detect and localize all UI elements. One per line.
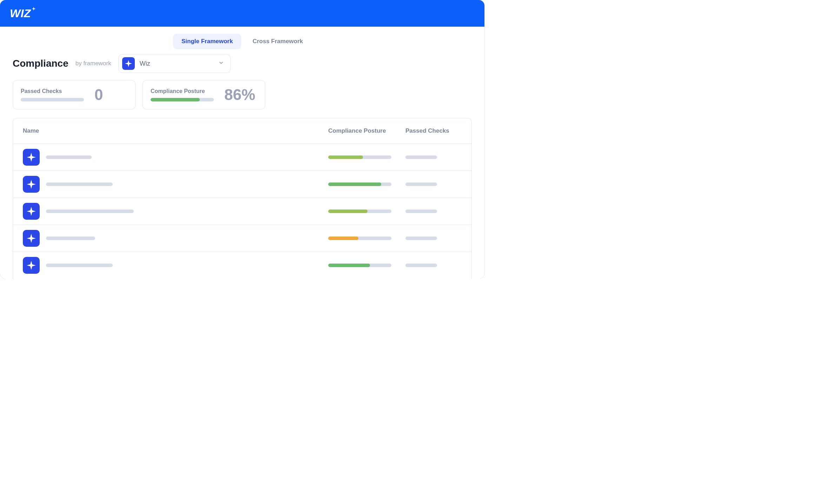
row-name-placeholder [46, 237, 95, 240]
brand-logo: WIZ [10, 7, 36, 20]
row-passed-placeholder [405, 155, 437, 159]
row-posture-bar [328, 210, 391, 213]
compliance-posture-value: 86% [224, 86, 255, 104]
page-title: Compliance [13, 58, 68, 69]
row-name-placeholder [46, 183, 113, 186]
th-passed: Passed Checks [405, 127, 462, 134]
wiz-icon [23, 149, 40, 166]
compliance-table: Name Compliance Posture Passed Checks [13, 118, 472, 279]
page-subtitle: by framework [75, 60, 111, 67]
passed-checks-bar [21, 98, 84, 101]
compliance-posture-card[interactable]: Compliance Posture 86% [143, 80, 265, 110]
table-header: Name Compliance Posture Passed Checks [13, 118, 471, 144]
wiz-icon [23, 230, 40, 247]
row-passed-placeholder [405, 237, 437, 240]
table-row[interactable] [13, 198, 471, 225]
table-row[interactable] [13, 225, 471, 252]
row-name-placeholder [46, 264, 113, 267]
tabs: Single Framework Cross Framework [0, 27, 484, 54]
row-name-placeholder [46, 155, 92, 159]
row-passed-placeholder [405, 210, 437, 213]
app-frame: WIZ Single Framework Cross Framework Com… [0, 0, 484, 279]
table-row[interactable] [13, 144, 471, 171]
wiz-icon [122, 57, 135, 70]
th-name: Name [23, 127, 328, 134]
chevron-down-icon [218, 60, 224, 67]
passed-checks-value: 0 [94, 86, 103, 104]
passed-checks-label: Passed Checks [21, 88, 84, 94]
table-row[interactable] [13, 252, 471, 279]
wiz-icon [23, 257, 40, 274]
row-posture-bar [328, 183, 391, 186]
framework-selected-label: Wiz [140, 60, 213, 67]
row-name-placeholder [46, 210, 134, 213]
brand-logo-text: WIZ [10, 7, 31, 20]
title-row: Compliance by framework Wiz [0, 54, 484, 80]
sparkle-icon [32, 6, 36, 12]
row-posture-bar [328, 155, 391, 159]
table-body [13, 144, 471, 279]
row-passed-placeholder [405, 183, 437, 186]
wiz-icon [23, 203, 40, 220]
framework-select[interactable]: Wiz [118, 54, 231, 73]
compliance-posture-label: Compliance Posture [151, 88, 214, 94]
th-posture: Compliance Posture [328, 127, 405, 134]
top-bar: WIZ [0, 0, 484, 27]
passed-checks-card[interactable]: Passed Checks 0 [13, 80, 136, 110]
row-posture-bar [328, 264, 391, 267]
table-row[interactable] [13, 171, 471, 198]
row-passed-placeholder [405, 264, 437, 267]
compliance-posture-bar [151, 98, 214, 101]
stat-cards: Passed Checks 0 Compliance Posture 86% [0, 80, 484, 118]
row-posture-bar [328, 237, 391, 240]
wiz-icon [23, 176, 40, 193]
tab-cross-framework[interactable]: Cross Framework [244, 34, 311, 49]
tab-single-framework[interactable]: Single Framework [173, 34, 241, 49]
compliance-posture-bar-fill [151, 98, 200, 101]
